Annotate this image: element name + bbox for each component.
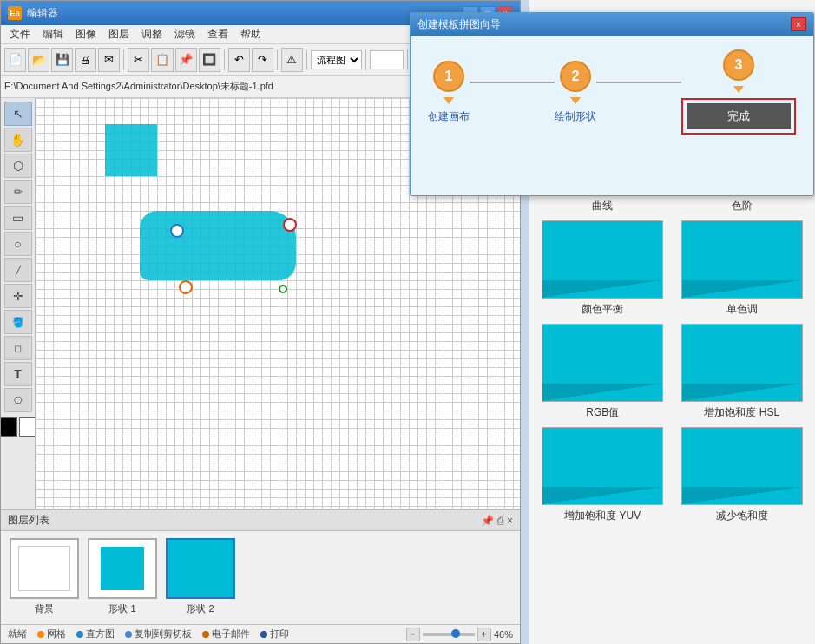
status-bar: 就绪 网格 直方图 复制到剪切板 电子邮件 打印 － ＋ 46% (1, 624, 520, 643)
cut-btn[interactable]: ✂ (128, 48, 149, 72)
tb-btn9[interactable]: 🔲 (199, 48, 220, 72)
tool-connector[interactable]: ⎔ (4, 388, 32, 412)
layers-close-btn[interactable]: × (507, 515, 513, 527)
adj-thumb-rgb (542, 324, 663, 402)
handle-red[interactable] (283, 218, 297, 232)
tool-pan[interactable]: ✋ (4, 128, 32, 152)
handle-orange[interactable] (179, 280, 193, 294)
app-icon: Ea (8, 6, 22, 20)
menu-adjust[interactable]: 调整 (136, 25, 168, 43)
handle-blue[interactable] (170, 224, 184, 238)
new-btn[interactable]: 📄 (4, 48, 26, 72)
bg-color[interactable] (19, 417, 36, 437)
tools-panel: ↖ ✋ ⬡ ✏ ▭ ○ ╱ ✛ 🪣 ◻ T ⎔ (1, 98, 36, 509)
menu-filter[interactable]: 滤镜 (169, 25, 200, 43)
canvas-shape-blob[interactable] (140, 211, 296, 280)
layers-controls: 📌 ⎙ × (481, 515, 513, 527)
menu-help[interactable]: 帮助 (235, 25, 266, 43)
layer-thumb-bg (10, 538, 79, 599)
tool-shape[interactable]: ⬡ (4, 154, 32, 178)
copy-btn[interactable]: 📋 (151, 48, 173, 72)
adj-label-sat-yuv: 增加饱和度 YUV (564, 509, 641, 523)
zoom-in-btn[interactable]: ＋ (477, 628, 491, 641)
wizard-title-bar: 创建模板拼图向导 × (411, 13, 813, 36)
adj-desat[interactable]: 减少饱和度 (676, 427, 809, 523)
step-3-arrow (733, 86, 744, 93)
adj-thumb-sat-hsl (681, 324, 803, 402)
layers-panel: 图层列表 📌 ⎙ × 背景 形状 1 (1, 509, 520, 626)
status-rect: 直方图 (76, 628, 115, 641)
adj-label-desat: 减少饱和度 (716, 509, 768, 523)
menu-view[interactable]: 查看 (202, 25, 233, 43)
tool-select[interactable]: ↖ (4, 102, 32, 126)
wizard-step-2: 2 绘制形状 (555, 61, 596, 124)
redo-btn[interactable]: ↷ (252, 48, 273, 72)
sep3 (277, 49, 278, 70)
rect-label: 直方图 (86, 628, 115, 641)
step-1-circle: 1 (433, 61, 464, 92)
wizard-finish-box: 完成 (681, 98, 796, 135)
layer-item-shape1[interactable]: 形状 1 (88, 538, 157, 615)
adj-sat-hsl[interactable]: 增加饱和度 HSL (676, 324, 809, 420)
menu-file[interactable]: 文件 (4, 25, 36, 43)
tool-eraser[interactable]: ◻ (4, 336, 32, 360)
tool-pencil[interactable]: ✏ (4, 180, 32, 204)
zoom-level: 46% (494, 629, 513, 640)
step-2-circle: 2 (560, 61, 591, 92)
zoom-out-btn[interactable]: － (406, 628, 420, 641)
wizard-body: 1 创建画布 2 绘制形状 3 完成 (411, 36, 813, 195)
copy-label: 复制到剪切板 (135, 628, 192, 641)
sep4 (306, 49, 307, 70)
status-network: 网格 (37, 628, 66, 641)
wizard-finish-button[interactable]: 完成 (687, 103, 791, 129)
fg-color[interactable] (1, 417, 17, 437)
copy-dot (125, 631, 132, 638)
tb-btn13[interactable]: ⚠ (281, 48, 303, 72)
open-btn[interactable]: 📂 (28, 48, 49, 72)
layer-item-shape2[interactable]: 形状 2 (166, 538, 235, 615)
step-2-label: 绘制形状 (555, 109, 596, 124)
sep5 (365, 49, 366, 70)
paste-btn[interactable]: 📌 (175, 48, 197, 72)
step-line-1 (470, 82, 555, 83)
zoom-slider[interactable] (423, 633, 475, 636)
wizard-window: 创建模板拼图向导 × 1 创建画布 2 绘制形状 3 (410, 12, 814, 196)
sep2 (224, 49, 225, 70)
adj-label-monotone: 单色调 (726, 302, 758, 317)
tool-fill[interactable]: 🪣 (4, 310, 32, 334)
handle-green[interactable] (279, 285, 287, 293)
layers-dock-btn[interactable]: ⎙ (497, 515, 503, 527)
save-btn[interactable]: 💾 (51, 48, 73, 72)
network-dot (37, 631, 44, 638)
view-select[interactable]: 流程图 (311, 50, 362, 69)
layer-thumb-shape2 (166, 538, 235, 599)
tool-rect[interactable]: ▭ (4, 206, 32, 230)
menu-layer[interactable]: 图层 (103, 25, 135, 43)
tb-btn5[interactable]: ✉ (98, 48, 120, 72)
layer-item-bg[interactable]: 背景 (10, 538, 79, 615)
tool-text[interactable]: T (4, 362, 32, 386)
menu-edit[interactable]: 编辑 (37, 25, 69, 43)
bg-thumb-inner (18, 546, 70, 591)
adj-monotone[interactable]: 单色调 (676, 220, 809, 317)
undo-btn[interactable]: ↶ (228, 48, 250, 72)
adj-color-balance[interactable]: 颜色平衡 (536, 220, 669, 317)
email-label: 电子邮件 (212, 628, 250, 641)
layers-pin-btn[interactable]: 📌 (481, 515, 494, 527)
canvas-shape-1[interactable] (105, 124, 157, 176)
adj-sat-yuv[interactable]: 增加饱和度 YUV (536, 427, 669, 523)
tool-ellipse[interactable]: ○ (4, 232, 32, 256)
status-ready: 就绪 (8, 628, 27, 641)
tool-crosshair[interactable]: ✛ (4, 284, 32, 308)
tool-line[interactable]: ╱ (4, 258, 32, 282)
color-preview (370, 50, 404, 69)
tb-btn4[interactable]: 🖨 (75, 48, 96, 72)
zoom-controls: － ＋ 46% (406, 628, 513, 641)
adj-thumb-sat-yuv (542, 427, 663, 505)
menu-image[interactable]: 图像 (70, 25, 102, 43)
adj-label-color-balance: 颜色平衡 (582, 302, 623, 317)
wizard-close-btn[interactable]: × (791, 17, 806, 31)
adj-rgb[interactable]: RGB值 (536, 324, 669, 420)
wizard-step-1: 1 创建画布 (428, 61, 470, 124)
network-label: 网格 (47, 628, 66, 641)
